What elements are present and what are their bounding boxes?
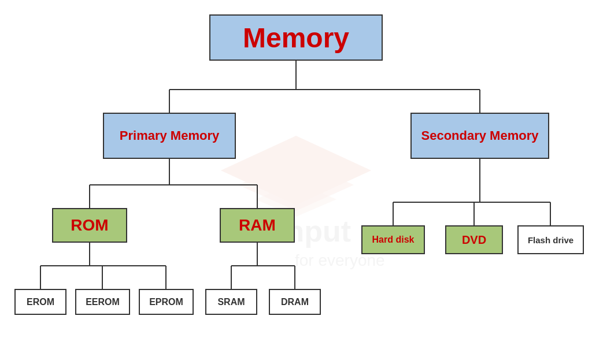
rom-node: ROM (52, 208, 127, 243)
harddisk-label: Hard disk (372, 235, 415, 245)
rom-label: ROM (71, 216, 108, 235)
harddisk-node: Hard disk (361, 225, 425, 254)
dram-label: DRAM (281, 297, 309, 307)
dvd-node: DVD (445, 225, 503, 254)
erom-node: EROM (14, 289, 66, 315)
dvd-label: DVD (462, 233, 486, 247)
eprom-node: EPROM (139, 289, 194, 315)
primary-memory-node: Primary Memory (103, 113, 236, 159)
secondary-memory-node: Secondary Memory (410, 113, 549, 159)
flashdrive-node: Flash drive (517, 225, 584, 254)
primary-label: Primary Memory (120, 128, 219, 143)
ram-node: RAM (220, 208, 295, 243)
memory-label: Memory (243, 22, 349, 54)
eerom-node: EEROM (75, 289, 130, 315)
dram-node: DRAM (269, 289, 321, 315)
memory-node: Memory (209, 14, 383, 61)
erom-label: EROM (27, 297, 54, 307)
eprom-label: EPROM (149, 297, 183, 307)
sram-label: SRAM (217, 297, 245, 307)
flashdrive-label: Flash drive (528, 235, 574, 245)
eerom-label: EEROM (86, 297, 120, 307)
ram-label: RAM (239, 216, 276, 235)
memory-tree: Memory Primary Memory Secondary Memory R… (0, 0, 592, 364)
secondary-label: Secondary Memory (421, 128, 539, 143)
sram-node: SRAM (205, 289, 257, 315)
